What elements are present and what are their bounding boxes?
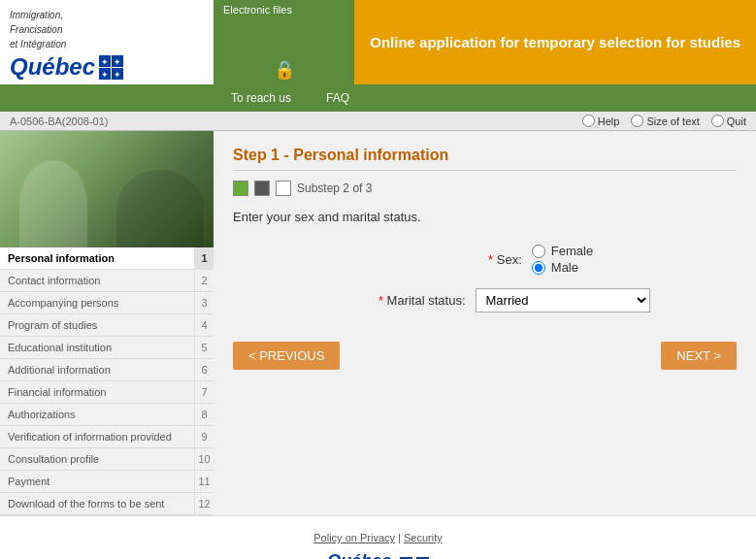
male-radio[interactable]: [532, 261, 545, 275]
topbar-controls: Help Size of text Quit: [582, 115, 746, 127]
main-wrap: Personal information 1 Contact informati…: [0, 131, 756, 515]
sidebar-item-num: 10: [194, 448, 214, 470]
svg-text:✦: ✦: [114, 57, 121, 67]
sidebar-item-label: Accompanying persons: [0, 292, 194, 313]
size-radio[interactable]: [631, 115, 643, 127]
sidebar-item-label: Payment: [0, 471, 194, 492]
sidebar-item-label: Consultation profile: [0, 448, 194, 470]
sidebar-item-label: Personal information: [0, 247, 194, 269]
to-reach-us-link[interactable]: To reach us: [214, 84, 309, 112]
sidebar-item-label: Authorizations: [0, 404, 194, 425]
page-title: Online application for temporary selecti…: [370, 32, 740, 52]
sidebar-item-label: Contact information: [0, 270, 194, 291]
marital-required-star: *: [378, 293, 383, 308]
previous-button[interactable]: < PREVIOUS: [233, 342, 340, 370]
sidebar-item-num: 6: [194, 359, 214, 380]
sidebar-item-num: 4: [194, 314, 214, 336]
sidebar-item-11[interactable]: Payment 11: [0, 471, 214, 493]
privacy-link[interactable]: Policy on Privacy: [313, 532, 395, 543]
quebec-logo-row: Québec ✦ ✦ ✦ ✦: [10, 53, 204, 81]
fleur-group: ✦ ✦ ✦ ✦: [99, 55, 126, 80]
marital-field: MarriedSingleCommon-lawWidowedDivorcedSe…: [476, 288, 650, 312]
sidebar-item-label: Verification of information provided: [0, 426, 194, 447]
sidebar-item-label: Financial information: [0, 381, 194, 403]
substep-nav: Substep 2 of 3: [233, 181, 737, 196]
substep-box-2[interactable]: [254, 181, 270, 196]
sidebar-item-10[interactable]: Consultation profile 10: [0, 448, 214, 471]
marital-label: * Marital status:: [320, 293, 476, 308]
header: Immigration, Francisation et Intégration…: [0, 0, 756, 84]
fleur-icon-4: ✦: [112, 68, 123, 80]
quit-radio[interactable]: [711, 115, 724, 127]
sidebar-nav: Personal information 1 Contact informati…: [0, 247, 214, 515]
sidebar-item-num: 1: [194, 247, 214, 269]
fleur-icon-3: ✦: [99, 68, 111, 80]
fleur-icon-1: ✦: [99, 55, 111, 67]
footer-logo: Québec ✦ ✦: [16, 551, 740, 559]
next-button[interactable]: NEXT >: [661, 342, 737, 370]
nav-bar: To reach us FAQ: [0, 84, 756, 112]
sidebar-item-num: 7: [194, 381, 214, 403]
sidebar-item-num: 2: [194, 270, 214, 291]
lock-icon: 🔒: [214, 19, 354, 84]
female-option[interactable]: Female: [532, 244, 593, 258]
sidebar-item-12[interactable]: Download of the forms to be sent 12: [0, 493, 214, 515]
help-radio-label[interactable]: Help: [582, 115, 620, 127]
form-reference: A-0506-BA(2008-01): [10, 115, 109, 127]
sex-label: * Sex:: [377, 252, 532, 267]
sex-required-star: *: [488, 252, 493, 267]
footer: Policy on Privacy | Security Québec ✦ ✦ …: [0, 515, 756, 559]
sidebar-item-9[interactable]: Verification of information provided 9: [0, 426, 214, 448]
button-row: < PREVIOUS NEXT >: [233, 342, 737, 370]
marital-select[interactable]: MarriedSingleCommon-lawWidowedDivorcedSe…: [476, 288, 650, 312]
male-option[interactable]: Male: [532, 260, 593, 275]
faq-link[interactable]: FAQ: [309, 84, 367, 112]
sidebar-item-3[interactable]: Accompanying persons 3: [0, 292, 214, 314]
female-radio[interactable]: [532, 245, 545, 258]
sidebar-item-label: Download of the forms to be sent: [0, 493, 194, 514]
sidebar-item-label: Additional information: [0, 359, 194, 380]
substep-box-3[interactable]: [276, 181, 291, 196]
photo-image: [0, 131, 214, 247]
substep-box-1[interactable]: [233, 181, 248, 196]
sidebar-item-num: 3: [194, 292, 214, 313]
sidebar-item-num: 9: [194, 426, 214, 447]
sidebar-item-num: 5: [194, 337, 214, 358]
sidebar-item-4[interactable]: Program of studies 4: [0, 314, 214, 337]
sidebar-item-label: Program of studies: [0, 314, 194, 336]
quebec-wordmark: Québec: [10, 53, 95, 81]
svg-text:✦: ✦: [114, 70, 121, 80]
security-link[interactable]: Security: [404, 532, 443, 543]
logo-section: Immigration, Francisation et Intégration…: [0, 0, 214, 84]
footer-fleur-icons: ✦ ✦: [400, 555, 429, 559]
sidebar-item-2[interactable]: Contact information 2: [0, 270, 214, 292]
topline: A-0506-BA(2008-01) Help Size of text Qui…: [0, 112, 756, 131]
quit-radio-label[interactable]: Quit: [711, 115, 746, 127]
step-title: Step 1 - Personal information: [233, 147, 737, 171]
sidebar-item-num: 12: [194, 493, 214, 514]
sidebar-photo: [0, 131, 214, 247]
sidebar-item-label: Educational institution: [0, 337, 194, 358]
center-section: Electronic files 🔒: [214, 0, 354, 84]
sidebar-item-5[interactable]: Educational institution 5: [0, 337, 214, 359]
substep-label: Substep 2 of 3: [297, 181, 372, 195]
electronic-files: Electronic files: [214, 0, 354, 19]
logo-text: Immigration, Francisation et Intégration: [10, 8, 204, 51]
sidebar-item-7[interactable]: Financial information 7: [0, 381, 214, 404]
main-content: Step 1 - Personal information Substep 2 …: [214, 131, 756, 515]
sidebar-item-8[interactable]: Authorizations 8: [0, 404, 214, 426]
sidebar-item-6[interactable]: Additional information 6: [0, 359, 214, 381]
sex-field: Female Male: [532, 244, 593, 275]
footer-links: Policy on Privacy | Security: [16, 532, 740, 543]
sidebar: Personal information 1 Contact informati…: [0, 131, 214, 515]
svg-text:✦: ✦: [101, 57, 109, 67]
size-radio-label[interactable]: Size of text: [631, 115, 699, 127]
svg-text:✦: ✦: [101, 70, 109, 80]
help-radio[interactable]: [582, 115, 595, 127]
instruction-text: Enter your sex and marital status.: [233, 210, 737, 224]
sidebar-item-num: 11: [194, 471, 214, 492]
header-title-section: Online application for temporary selecti…: [354, 0, 756, 84]
sex-row: * Sex: Female Male: [233, 244, 737, 275]
fleur-icon-2: ✦: [112, 55, 123, 67]
sidebar-item-1[interactable]: Personal information 1: [0, 247, 214, 270]
